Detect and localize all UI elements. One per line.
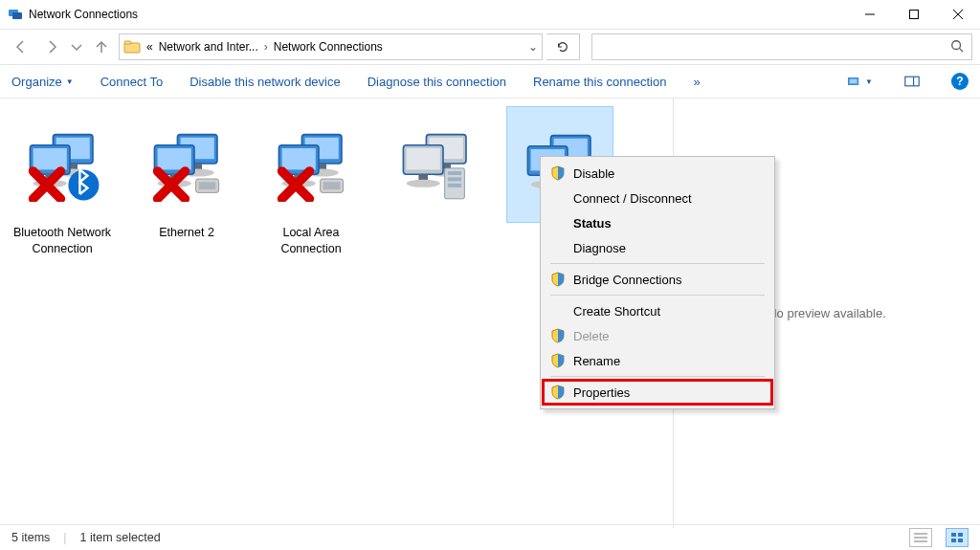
breadcrumb-level1[interactable]: Network and Inter...	[159, 40, 258, 54]
details-view-button[interactable]	[909, 528, 932, 547]
connection-icon	[10, 106, 115, 221]
menu-separator	[550, 295, 765, 296]
change-view-button[interactable]: ▼	[848, 71, 873, 92]
maximize-button[interactable]	[892, 0, 936, 29]
status-selection: 1 item selected	[80, 531, 161, 544]
menu-separator	[550, 376, 765, 377]
menu-item-label: Properties	[573, 385, 630, 400]
large-icons-view-button[interactable]	[946, 528, 969, 547]
breadcrumb-root[interactable]: «	[146, 40, 153, 54]
context-menu: DisableConnect / DisconnectStatusDiagnos…	[540, 156, 775, 409]
svg-rect-59	[448, 171, 461, 175]
chevron-down-icon: ▼	[66, 77, 74, 86]
connection-item[interactable]	[383, 102, 488, 225]
menu-item-label: Rename	[573, 354, 620, 368]
svg-rect-8	[124, 41, 131, 44]
connection-item[interactable]: Ethernet 2	[134, 102, 239, 241]
items-view[interactable]: Bluetooth Network Connection Ethernet 2	[0, 99, 673, 528]
menu-item-label: Status	[573, 216, 612, 231]
forward-button[interactable]	[38, 33, 65, 60]
connection-item[interactable]: Local Area Connection	[258, 102, 364, 257]
svg-rect-76	[958, 539, 963, 542]
svg-rect-56	[418, 174, 428, 180]
folder-icon	[123, 38, 141, 55]
search-icon	[950, 39, 964, 55]
svg-rect-61	[448, 184, 461, 187]
menu-item-label: Diagnose	[573, 241, 626, 255]
svg-rect-1	[12, 12, 22, 19]
connection-icon	[383, 106, 488, 221]
search-box[interactable]	[591, 33, 972, 60]
command-bar: Organize▼ Connect To Disable this networ…	[0, 64, 980, 99]
menu-item-label: Connect / Disconnect	[573, 191, 692, 206]
menu-item: Delete	[543, 323, 772, 348]
diagnose-button[interactable]: Diagnose this connection	[368, 75, 506, 89]
svg-point-9	[952, 40, 961, 49]
navigation-row: « Network and Inter... › Network Connect…	[0, 30, 980, 64]
svg-rect-49	[323, 182, 341, 189]
close-button[interactable]	[936, 0, 980, 29]
svg-rect-37	[199, 182, 216, 189]
recent-locations-button[interactable]	[69, 33, 84, 60]
connection-item[interactable]: Bluetooth Network Connection	[10, 102, 115, 257]
address-bar[interactable]: « Network and Inter... › Network Connect…	[119, 33, 543, 60]
chevron-right-icon: ›	[264, 40, 268, 54]
svg-rect-73	[951, 533, 956, 537]
menu-item-label: Delete	[573, 329, 610, 343]
status-item-count: 5 items	[11, 531, 50, 544]
menu-item[interactable]: Status	[543, 210, 772, 235]
menu-item-label: Create Shortcut	[573, 304, 660, 319]
preview-pane-button[interactable]	[900, 71, 924, 92]
svg-line-10	[960, 48, 964, 52]
menu-item-label: Disable	[573, 166, 614, 181]
menu-item[interactable]: Diagnose	[543, 235, 772, 260]
svg-rect-43	[282, 148, 316, 169]
menu-separator	[550, 263, 765, 264]
svg-rect-31	[158, 148, 191, 169]
back-button[interactable]	[8, 33, 34, 60]
connect-to-button[interactable]: Connect To	[100, 75, 164, 89]
menu-item-label: Bridge Connections	[573, 273, 681, 287]
svg-point-57	[407, 180, 440, 187]
svg-rect-74	[958, 533, 963, 537]
chevron-down-icon: ▼	[865, 77, 873, 86]
up-button[interactable]	[88, 33, 115, 60]
svg-rect-3	[910, 11, 919, 19]
connection-icon	[134, 106, 239, 221]
disable-device-button[interactable]: Disable this network device	[189, 75, 341, 89]
svg-rect-60	[448, 177, 461, 181]
preview-text: No preview available.	[768, 306, 886, 320]
menu-item[interactable]: Disable	[543, 161, 772, 186]
menu-item[interactable]: Create Shortcut	[543, 298, 772, 323]
status-bar: 5 items | 1 item selected	[0, 524, 980, 550]
rename-button[interactable]: Rename this connection	[533, 75, 666, 89]
svg-rect-75	[951, 539, 956, 542]
organize-menu[interactable]: Organize▼	[11, 75, 74, 89]
toolbar-overflow[interactable]: »	[693, 75, 700, 89]
svg-rect-13	[905, 77, 919, 86]
refresh-button[interactable]	[546, 33, 580, 60]
app-icon	[8, 7, 23, 22]
help-button[interactable]: ?	[951, 73, 969, 90]
chevron-down-icon[interactable]: ⌄	[528, 40, 538, 54]
svg-rect-12	[850, 79, 858, 84]
breadcrumb-level2[interactable]: Network Connections	[274, 40, 383, 54]
connection-label: Ethernet 2	[159, 225, 214, 241]
svg-rect-55	[407, 148, 440, 169]
connection-icon	[258, 106, 364, 221]
connection-label: Local Area Connection	[258, 225, 364, 257]
menu-item[interactable]: Connect / Disconnect	[543, 186, 772, 210]
content-area: Bluetooth Network Connection Ethernet 2	[0, 99, 980, 528]
titlebar: Network Connections	[0, 0, 980, 30]
menu-item[interactable]: Rename	[543, 348, 772, 373]
menu-item[interactable]: Bridge Connections	[543, 267, 772, 292]
window-title: Network Connections	[29, 8, 138, 21]
minimize-button[interactable]	[848, 0, 892, 29]
menu-item[interactable]: Properties	[543, 380, 772, 405]
svg-rect-20	[33, 148, 67, 169]
connection-label: Bluetooth Network Connection	[10, 225, 115, 257]
